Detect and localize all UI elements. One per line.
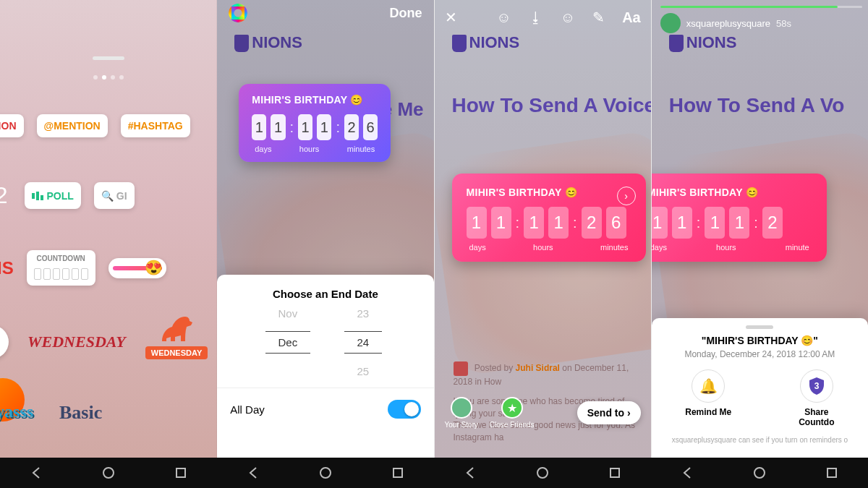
svg-rect-6 xyxy=(610,468,619,477)
sticker-wednesday-text[interactable]: WEDNESDAY xyxy=(27,333,126,351)
color-picker-ring[interactable] xyxy=(229,4,247,22)
avatar[interactable] xyxy=(660,13,681,33)
svg-point-7 xyxy=(754,468,765,478)
svg-text:3: 3 xyxy=(814,381,820,391)
close-icon[interactable]: ✕ xyxy=(445,9,457,26)
countdown-sticker-preview[interactable]: MIHIR'S BIRTHDAY 😊 11 : 11 : 26 days hou… xyxy=(239,84,391,162)
remind-me-button[interactable]: 🔔 Remind Me xyxy=(685,369,731,427)
countdown-label: COUNTDOWN xyxy=(37,254,85,262)
nav-back-icon[interactable] xyxy=(679,465,695,481)
label-minutes: minute xyxy=(786,243,809,252)
label-hours: hours xyxy=(299,145,320,153)
nav-home-icon[interactable] xyxy=(101,465,116,481)
page-indicator xyxy=(93,75,124,80)
countdown-digits: 11 : 11 : 2 xyxy=(652,207,812,239)
face-filter-icon[interactable]: ☺ xyxy=(496,9,511,26)
sticker-mention[interactable]: @MENTION xyxy=(37,114,108,137)
nav-recents-icon[interactable] xyxy=(824,465,840,481)
all-day-toggle[interactable] xyxy=(388,400,421,419)
download-icon[interactable]: ⭳ xyxy=(529,9,543,26)
android-navbar xyxy=(217,458,434,488)
nav-home-icon[interactable] xyxy=(752,465,767,481)
text-icon[interactable]: Aa xyxy=(622,9,641,26)
sticker-location[interactable]: ATION xyxy=(0,114,24,137)
countdown-title: MIHIR'S BIRTHDAY 😊 xyxy=(467,187,631,198)
panel-sticker-tray: ATION @MENTION #HASHTAG 3 2 POLL 🔍 GI IO… xyxy=(0,0,217,458)
sticker-wednesday-camel[interactable]: WEDNESDAY xyxy=(145,312,208,359)
date-picker[interactable]: Nov Dec 23 24 25 xyxy=(217,307,433,377)
countdown-title: MIHIR'S BIRTHDAY 😊 xyxy=(252,94,378,106)
label-days: days xyxy=(469,243,486,252)
sheet-title: Choose an End Date xyxy=(217,275,433,307)
nav-back-icon[interactable] xyxy=(28,465,44,481)
countdown-sticker[interactable]: › MIHIR'S BIRTHDAY 😊 11 : 11 : 26 days h… xyxy=(452,174,646,262)
sticker-hashtag[interactable]: #HASHTAG xyxy=(121,114,190,137)
username[interactable]: xsquareplusysquare xyxy=(686,18,770,29)
sticker-countdown[interactable]: COUNTDOWN xyxy=(27,250,95,286)
day-selected[interactable]: 24 xyxy=(344,331,383,354)
month-prev[interactable]: Nov xyxy=(278,307,298,320)
sheet-countdown-datetime: Monday, December 24, 2018 12:00 AM xyxy=(652,349,868,359)
android-navbar xyxy=(651,458,868,488)
sticker-time-digits[interactable]: 3 2 xyxy=(0,182,7,209)
svg-point-1 xyxy=(103,468,114,478)
timestamp: 58s xyxy=(776,18,791,29)
sheet-countdown-title: "MIHIR'S BIRTHDAY 😊" xyxy=(652,335,868,346)
gif-label: GI xyxy=(116,190,127,202)
sticker-poll[interactable]: POLL xyxy=(25,182,80,209)
panel-story-viewer: NIONS How To Send A Vo xsquareplusysquar… xyxy=(652,0,868,458)
label-days: days xyxy=(652,243,667,252)
label-hours: hours xyxy=(716,243,736,252)
label-days: days xyxy=(255,145,271,153)
sticker-yasss[interactable]: yasss xyxy=(0,402,33,424)
svg-point-5 xyxy=(537,468,548,478)
countdown-digits: 11 : 11 : 26 xyxy=(252,114,378,140)
countdown-digits: 11 : 11 : 26 xyxy=(467,207,631,239)
label-hours: hours xyxy=(533,243,553,252)
done-button[interactable]: Done xyxy=(390,6,422,21)
sheet-handle[interactable] xyxy=(93,56,124,60)
your-story-button[interactable]: Your Story xyxy=(445,397,478,429)
day-prev[interactable]: 23 xyxy=(357,307,370,320)
send-to-button[interactable]: Send to› xyxy=(577,401,641,424)
day-next[interactable]: 25 xyxy=(357,365,370,377)
sticker-emoji-slider[interactable]: 😍 xyxy=(109,258,166,278)
sticker-gif-search[interactable]: 🔍 GI xyxy=(94,182,135,209)
close-friends-button[interactable]: ★ Close Friends xyxy=(490,397,535,429)
svg-point-3 xyxy=(320,468,331,478)
countdown-action-sheet: "MIHIR'S BIRTHDAY 😊" Monday, December 24… xyxy=(652,318,868,458)
sticker-icon[interactable]: ☺ xyxy=(561,9,575,26)
story-bottom-bar: Your Story ★ Close Friends Send to› xyxy=(435,397,651,429)
shield-icon: 3 xyxy=(800,369,833,403)
draw-icon[interactable]: ✎ xyxy=(592,9,605,26)
svg-rect-2 xyxy=(176,468,185,477)
sheet-disclaimer: xsquareplusysquare can see if you turn o… xyxy=(652,436,868,444)
label-minutes: minutes xyxy=(600,243,629,252)
panel-story-editor: NIONS How To Send A Voice Me ✕ ☺ ⭳ ☺ ✎ A… xyxy=(435,0,652,458)
sticker-basic[interactable]: Basic xyxy=(59,402,102,424)
nav-recents-icon[interactable] xyxy=(607,465,623,481)
nav-home-icon[interactable] xyxy=(535,465,550,481)
share-countdown-button[interactable]: 3 Share Countdo xyxy=(799,369,834,427)
panel-countdown-edit: NIONS ce Me Done MIHIR'S BIRTHDAY 😊 11 :… xyxy=(217,0,434,458)
sheet-handle[interactable] xyxy=(746,325,773,329)
svg-rect-4 xyxy=(393,468,402,477)
camel-label: WEDNESDAY xyxy=(145,346,208,359)
nav-recents-icon[interactable] xyxy=(390,465,406,481)
svg-rect-8 xyxy=(827,468,836,477)
sticker-questions-circle[interactable] xyxy=(0,325,9,359)
countdown-sticker[interactable]: MIHIR'S BIRTHDAY 😊 11 : 11 : 2 days hour… xyxy=(652,174,827,262)
chevron-right-icon[interactable]: › xyxy=(617,187,636,205)
story-header: xsquareplusysquare 58s xyxy=(660,13,862,33)
story-progress xyxy=(660,6,862,8)
android-navbar xyxy=(0,458,217,488)
all-day-label: All Day xyxy=(230,403,265,416)
nav-back-icon[interactable] xyxy=(245,465,261,481)
nav-home-icon[interactable] xyxy=(318,465,333,481)
nav-back-icon[interactable] xyxy=(462,465,478,481)
label-minutes: minutes xyxy=(347,145,375,153)
month-selected[interactable]: Dec xyxy=(265,331,311,354)
countdown-title: MIHIR'S BIRTHDAY 😊 xyxy=(652,187,812,198)
nav-recents-icon[interactable] xyxy=(173,465,189,481)
sticker-brand-ions[interactable]: IONS xyxy=(0,258,14,278)
